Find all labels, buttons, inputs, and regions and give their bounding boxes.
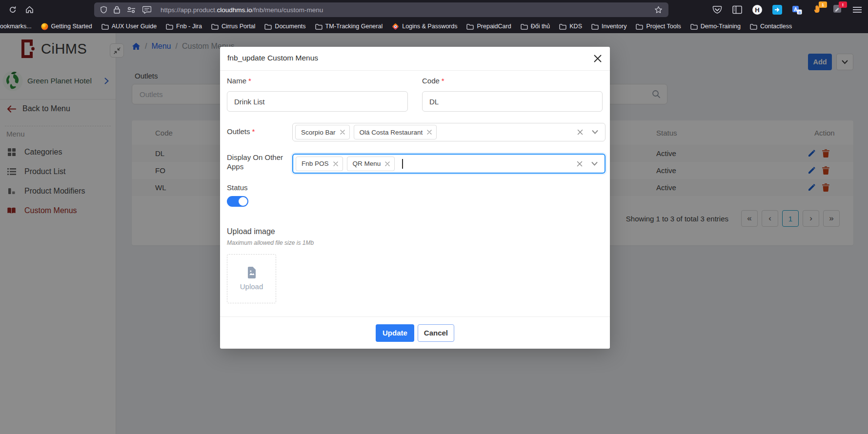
- chevron-down-icon[interactable]: [592, 130, 598, 135]
- apps-tags: Fnb POSQR Menu: [296, 157, 395, 171]
- tag-label: QR Menu: [353, 160, 381, 167]
- sidebar-toggle-icon[interactable]: [731, 4, 743, 16]
- required-mark: *: [442, 77, 444, 85]
- bookmark-label: Đối thủ: [531, 23, 550, 30]
- url-text: https://app.product.cloudhms.io/fnb/menu…: [161, 6, 648, 14]
- browser-toolbar: https://app.product.cloudhms.io/fnb/menu…: [0, 0, 868, 20]
- tag-label: Olá Costa Restaurant: [360, 129, 423, 136]
- close-icon[interactable]: [592, 53, 603, 64]
- required-mark: *: [252, 127, 255, 136]
- url-domain: cloudhms.io: [217, 6, 252, 14]
- logins-icon: [392, 23, 399, 30]
- url-path: /fnb/menu/custom-menu: [252, 6, 323, 14]
- bookmark-label: AUX User Guide: [112, 23, 157, 30]
- bookmark-label: Contactless: [760, 23, 792, 30]
- tag-chip: QR Menu: [347, 157, 395, 171]
- hamburger-menu-icon[interactable]: [851, 4, 863, 16]
- tag-chip: Olá Costa Restaurant: [354, 125, 437, 139]
- folder-icon: [690, 23, 698, 30]
- chevron-down-icon[interactable]: [591, 161, 598, 166]
- extension-tasks-icon[interactable]: !: [831, 4, 843, 16]
- bookmarks-overflow[interactable]: ookmarks...: [0, 23, 32, 30]
- name-input[interactable]: [227, 91, 408, 112]
- toolbar-extensions: H Aa 1 !: [711, 0, 863, 20]
- pocket-icon[interactable]: [711, 4, 723, 16]
- display-apps-label-text: Display On Other Apps: [227, 153, 283, 171]
- firefox-icon: [41, 23, 48, 30]
- bookmark-item[interactable]: Documents: [264, 23, 305, 30]
- bookmark-item[interactable]: KDS: [559, 23, 582, 30]
- name-label: Name*: [227, 77, 251, 85]
- code-input[interactable]: [422, 91, 603, 112]
- folder-icon: [101, 23, 109, 30]
- bookmark-label: Project Tools: [646, 23, 681, 30]
- url-prefix: https://app.product.: [161, 6, 217, 14]
- code-label-text: Code: [422, 77, 440, 85]
- bookmark-item[interactable]: Inventory: [591, 23, 626, 30]
- notification-badge: 1: [819, 1, 827, 8]
- bookmark-item[interactable]: Cirrus Portal: [211, 23, 255, 30]
- home-icon[interactable]: [21, 2, 37, 18]
- bookmark-label: TM-Tracking General: [325, 23, 383, 30]
- url-bar[interactable]: https://app.product.cloudhms.io/fnb/menu…: [94, 2, 668, 17]
- folder-icon: [636, 23, 643, 30]
- folder-icon: [591, 23, 599, 30]
- bookmark-label: PrepaidCard: [477, 23, 511, 30]
- tag-remove-icon[interactable]: [427, 130, 432, 135]
- bookmark-item[interactable]: Fnb - Jira: [166, 23, 202, 30]
- outlets-label: Outlets*: [227, 127, 255, 136]
- bookmark-item[interactable]: Đối thủ: [521, 23, 550, 30]
- svg-text:A: A: [794, 7, 797, 12]
- bookmark-label: Documents: [275, 23, 305, 30]
- dialog-header: fnb_update Custom Menus: [220, 47, 610, 71]
- clear-icon[interactable]: [577, 129, 583, 135]
- display-apps-label: Display On Other Apps: [227, 153, 288, 171]
- status-label: Status: [227, 183, 248, 192]
- required-mark: *: [248, 77, 251, 85]
- permissions-icon[interactable]: [126, 7, 136, 13]
- tag-label: Fnb POS: [302, 160, 329, 167]
- extension-share-icon[interactable]: [771, 4, 783, 16]
- folder-icon: [466, 23, 474, 30]
- translate-icon[interactable]: Aa: [791, 4, 803, 16]
- cancel-button[interactable]: Cancel: [418, 324, 454, 342]
- upload-hint: Maximum allowed file size is 1Mb: [227, 239, 314, 246]
- bookmark-item[interactable]: TM-Tracking General: [315, 23, 383, 30]
- tag-remove-icon[interactable]: [333, 161, 338, 166]
- bookmark-item[interactable]: Demo-Training: [690, 23, 741, 30]
- bookmark-item[interactable]: Getting Started: [41, 23, 92, 30]
- dialog-footer: Update Cancel: [220, 316, 610, 349]
- clear-icon[interactable]: [577, 161, 583, 167]
- reload-icon[interactable]: [5, 2, 20, 18]
- status-toggle[interactable]: [227, 196, 248, 207]
- chat-bubble-icon[interactable]: [142, 6, 151, 14]
- outlets-label-text: Outlets: [227, 127, 250, 136]
- bookmark-item[interactable]: Logins & Passwords: [392, 23, 457, 30]
- bookmark-item[interactable]: Contactless: [750, 23, 792, 30]
- bookmarks-bar: ookmarks... Getting StartedAUX User Guid…: [0, 20, 868, 33]
- bookmark-item[interactable]: AUX User Guide: [101, 23, 157, 30]
- update-button[interactable]: Update: [376, 324, 414, 342]
- extension-h-icon[interactable]: H: [751, 4, 763, 16]
- tag-chip: Scorpio Bar: [295, 125, 350, 139]
- outlets-select[interactable]: Scorpio BarOlá Costa Restaurant: [292, 123, 606, 141]
- bookmark-label: Cirrus Portal: [222, 23, 255, 30]
- tag-remove-icon[interactable]: [340, 130, 345, 135]
- folder-icon: [264, 23, 272, 30]
- bookmark-item[interactable]: Project Tools: [636, 23, 681, 30]
- tag-remove-icon[interactable]: [385, 161, 390, 166]
- bookmark-star-icon[interactable]: [654, 6, 663, 14]
- display-apps-select[interactable]: Fnb POSQR Menu: [292, 154, 606, 174]
- lock-icon[interactable]: [114, 6, 120, 14]
- shield-icon[interactable]: [100, 6, 107, 14]
- tag-label: Scorpio Bar: [301, 129, 336, 136]
- dialog-title: fnb_update Custom Menus: [227, 54, 318, 62]
- bookmark-label: Inventory: [602, 23, 626, 30]
- screen: https://app.product.cloudhms.io/fnb/menu…: [0, 0, 868, 434]
- extension-hand-icon[interactable]: 1: [811, 4, 823, 16]
- upload-dropzone[interactable]: Upload: [227, 254, 276, 303]
- bookmark-label: Fnb - Jira: [176, 23, 202, 30]
- bookmark-item[interactable]: PrepaidCard: [466, 23, 511, 30]
- folder-icon: [166, 23, 173, 30]
- alert-badge: !: [839, 1, 847, 8]
